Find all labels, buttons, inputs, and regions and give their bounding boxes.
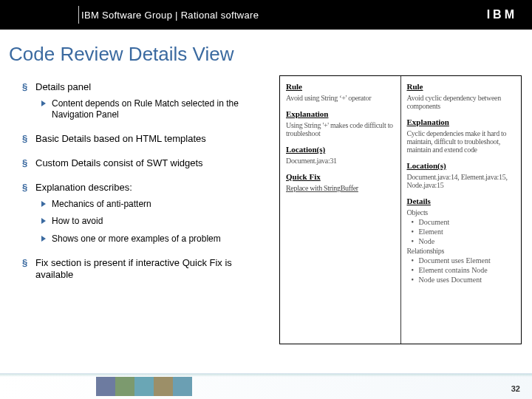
bullet-item: Details panel Content depends on Rule Ma… [22, 81, 262, 121]
section-text: Document.java:14, Element.java:15, Node.… [407, 173, 516, 189]
subsection-heading: Objects [407, 208, 516, 216]
slide-number: 32 [511, 384, 520, 393]
list-item: Document uses Element [412, 256, 516, 265]
content-column: Details panel Content depends on Rule Ma… [22, 81, 262, 293]
header-divider [78, 6, 79, 24]
brand-tile-icon [154, 377, 173, 396]
sub-bullet-list: Content depends on Rule Match selected i… [41, 98, 262, 121]
section-heading: Quick Fix [286, 172, 395, 181]
bullet-item: Custom Details consist of SWT widgets [22, 157, 262, 170]
sub-bullet-item: Mechanics of anti-pattern [41, 199, 262, 211]
brand-tile-icon [134, 377, 154, 396]
brand-tile-icon [96, 377, 115, 396]
detail-panels: Rule Avoid using String ‘+' operator Exp… [279, 75, 522, 344]
ibm-logo-icon: IBM [487, 8, 517, 21]
footer-gradient [0, 374, 532, 377]
list-item: Element contains Node [412, 266, 516, 274]
relationships-list: Document uses Element Element contains N… [407, 256, 516, 284]
section-heading: Rule [286, 82, 395, 91]
section-heading: Location(s) [286, 145, 395, 154]
custom-detail-panel: Rule Avoid cyclic dependency between com… [400, 76, 522, 344]
section-text: Document.java:31 [286, 157, 395, 165]
sub-bullet-item: Shows one or more examples of a problem [41, 233, 262, 245]
section-text: Avoid cyclic dependency between componen… [407, 94, 516, 110]
section-heading: Location(s) [407, 161, 516, 170]
section-heading: Explanation [286, 109, 395, 118]
section-heading: Details [407, 197, 516, 205]
header-title: IBM Software Group | Rational software [81, 10, 259, 21]
list-item: Element [412, 228, 516, 236]
brand-icons [96, 377, 192, 396]
bullet-text: Explanation describes: [35, 182, 132, 193]
section-text: Avoid using String ‘+' operator [286, 94, 395, 102]
page-title: Code Review Details View [9, 43, 233, 66]
slide-header: IBM Software Group | Rational software I… [0, 0, 532, 30]
section-text: Using String '+' makes code difficult to… [286, 121, 395, 137]
list-item: Document [412, 218, 516, 226]
list-item: Node [412, 237, 516, 245]
section-text: Cyclic dependencies make it hard to main… [407, 129, 516, 154]
sub-bullet-list: Mechanics of anti-pattern How to avoid S… [41, 199, 262, 245]
basic-detail-panel: Rule Avoid using String ‘+' operator Exp… [280, 76, 400, 344]
sub-bullet-item: How to avoid [41, 216, 262, 228]
bullet-item: Explanation describes: Mechanics of anti… [22, 182, 262, 245]
brand-tile-icon [173, 377, 192, 396]
quick-fix-link[interactable]: Replace with StringBuffer [286, 184, 395, 192]
bullet-item: Basic Details based on HTML templates [22, 133, 262, 146]
objects-list: Document Element Node [407, 218, 516, 245]
section-heading: Explanation [407, 117, 516, 126]
brand-tile-icon [115, 377, 134, 396]
list-item: Node uses Document [412, 276, 516, 284]
sub-bullet-item: Content depends on Rule Match selected i… [41, 98, 262, 121]
bullet-list: Details panel Content depends on Rule Ma… [22, 81, 262, 282]
slide-footer: 32 [0, 373, 532, 399]
bullet-item: Fix section is present if interactive Qu… [22, 257, 262, 282]
subsection-heading: Relationships [407, 247, 516, 255]
bullet-text: Details panel [35, 81, 91, 92]
section-heading: Rule [407, 82, 516, 91]
